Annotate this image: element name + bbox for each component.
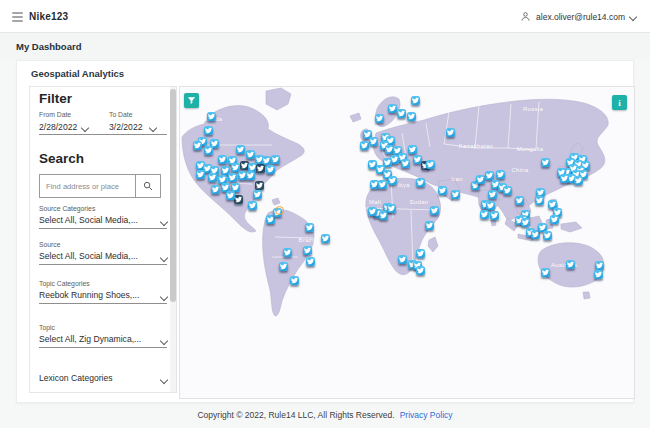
tweet-marker[interactable]: [375, 114, 384, 123]
tweet-marker[interactable]: [416, 249, 425, 258]
geospatial-map[interactable]: CanadaRussiaKazakhstanMongoliaChinaIranA…: [179, 86, 635, 399]
tweet-marker[interactable]: [416, 178, 425, 187]
tweet-marker[interactable]: [368, 207, 377, 216]
tweet-marker[interactable]: [306, 257, 315, 266]
tweet-marker[interactable]: [543, 231, 552, 240]
tweet-marker[interactable]: [246, 150, 255, 159]
tweet-marker[interactable]: [236, 145, 245, 154]
user-menu[interactable]: alex.oliver@rule14.com: [520, 0, 636, 33]
tweet-marker[interactable]: [255, 181, 264, 190]
tweet-marker[interactable]: [566, 260, 575, 269]
tweet-marker[interactable]: [379, 211, 388, 220]
tweet-marker[interactable]: [398, 255, 407, 264]
tweet-marker[interactable]: [271, 155, 280, 164]
tweet-marker[interactable]: [480, 210, 489, 219]
tweet-marker[interactable]: [207, 112, 216, 121]
tweet-marker[interactable]: [515, 196, 524, 205]
tweet-marker[interactable]: [305, 223, 314, 232]
source-categories-chevron-icon[interactable]: [160, 218, 168, 226]
tweet-marker[interactable]: [408, 145, 417, 154]
menu-icon[interactable]: [12, 12, 23, 22]
twitter-bird-icon: [263, 157, 270, 164]
tweet-marker[interactable]: [256, 164, 265, 173]
twitter-bird-icon: [209, 174, 216, 181]
tweet-marker[interactable]: [388, 176, 397, 185]
tweet-marker[interactable]: [488, 190, 497, 199]
tweet-marker[interactable]: [594, 270, 603, 279]
tweet-marker[interactable]: [503, 186, 512, 195]
map-filter-button[interactable]: [184, 93, 199, 108]
search-input[interactable]: [40, 175, 135, 197]
tweet-marker[interactable]: [208, 173, 217, 182]
tweet-marker[interactable]: [430, 206, 439, 215]
tweet-marker[interactable]: [360, 141, 369, 150]
tweet-marker[interactable]: [204, 146, 213, 155]
tweet-marker[interactable]: [228, 173, 237, 182]
source-select[interactable]: Select All, Social Media,...: [39, 251, 138, 261]
tweet-marker[interactable]: [290, 276, 299, 285]
tweet-marker[interactable]: [411, 96, 420, 105]
tweet-marker[interactable]: [303, 246, 312, 255]
search-button[interactable]: [135, 175, 160, 197]
tweet-marker[interactable]: [211, 185, 220, 194]
tweet-marker[interactable]: [397, 109, 406, 118]
to-date-chevron-icon[interactable]: [149, 124, 157, 132]
tweet-marker[interactable]: [387, 204, 396, 213]
tweet-marker[interactable]: [416, 266, 425, 275]
tweet-marker[interactable]: [218, 155, 227, 164]
tweet-marker[interactable]: [476, 175, 485, 184]
tweet-marker[interactable]: [283, 248, 292, 257]
tweet-marker[interactable]: [426, 160, 435, 169]
topic-categories-select[interactable]: Reebok Running Shoes,...: [39, 290, 139, 300]
tweet-marker[interactable]: [253, 190, 262, 199]
panel-scrollbar-track[interactable]: [170, 87, 176, 392]
topic-categories-chevron-icon[interactable]: [160, 293, 168, 301]
tweet-marker[interactable]: [438, 186, 447, 195]
twitter-bird-icon: [575, 177, 582, 184]
tweet-marker[interactable]: [226, 191, 235, 200]
tweet-marker[interactable]: [204, 126, 213, 135]
source-categories-select[interactable]: Select All, Social Media,...: [39, 215, 138, 225]
tweet-marker[interactable]: [521, 218, 530, 227]
from-date-select[interactable]: 2/28/2022: [39, 122, 77, 132]
twitter-bird-icon: [542, 159, 549, 166]
tweet-marker[interactable]: [279, 262, 288, 271]
tweet-marker[interactable]: [550, 215, 559, 224]
tweet-marker[interactable]: [541, 268, 550, 277]
tweet-marker[interactable]: [369, 137, 378, 146]
lexicon-categories-select[interactable]: Lexicon Categories: [39, 373, 113, 383]
tweet-marker[interactable]: [378, 180, 387, 189]
tweet-marker[interactable]: [401, 159, 410, 168]
tweet-marker[interactable]: [486, 201, 495, 210]
tweet-marker[interactable]: [496, 170, 505, 179]
tweet-marker[interactable]: [321, 234, 330, 243]
topic-select[interactable]: Select All, Zig Dynamica,...: [39, 334, 141, 344]
source-chevron-icon[interactable]: [160, 254, 168, 262]
tweet-marker[interactable]: [246, 171, 255, 180]
tweet-marker[interactable]: [541, 158, 550, 167]
privacy-policy-link[interactable]: Privacy Policy: [400, 410, 453, 420]
tweet-marker[interactable]: [196, 170, 205, 179]
tweet-marker[interactable]: [535, 196, 544, 205]
tweet-marker[interactable]: [560, 174, 569, 183]
from-date-chevron-icon[interactable]: [81, 124, 89, 132]
tweet-marker[interactable]: [248, 201, 257, 210]
tweet-marker[interactable]: [388, 104, 397, 113]
tweet-marker[interactable]: [595, 261, 604, 270]
tweet-marker[interactable]: [193, 141, 202, 150]
tweet-marker[interactable]: [425, 221, 434, 230]
panel-scrollbar-thumb[interactable]: [170, 89, 176, 302]
twitter-bird-icon: [532, 231, 539, 238]
lexicon-chevron-icon[interactable]: [160, 376, 168, 384]
map-info-button[interactable]: i: [612, 95, 627, 110]
tweet-marker[interactable]: [266, 165, 275, 174]
tweet-marker[interactable]: [451, 190, 460, 199]
tweet-marker[interactable]: [574, 176, 583, 185]
tweet-marker[interactable]: [446, 128, 455, 137]
tweet-marker[interactable]: [490, 211, 499, 220]
tweet-marker[interactable]: [234, 195, 243, 204]
tweet-marker[interactable]: [407, 112, 416, 121]
tweet-marker[interactable]: [485, 171, 494, 180]
topic-chevron-icon[interactable]: [160, 337, 168, 345]
to-date-select[interactable]: 3/2/2022: [109, 122, 142, 132]
